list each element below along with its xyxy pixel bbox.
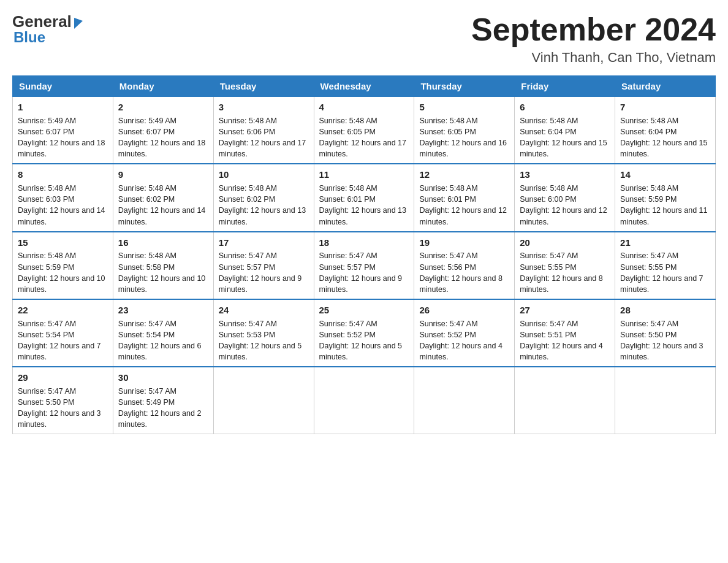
sunrise-text: Sunrise: 5:48 AM: [219, 184, 277, 193]
calendar-cell: 11Sunrise: 5:48 AMSunset: 6:01 PMDayligh…: [314, 164, 414, 231]
sunrise-text: Sunrise: 5:47 AM: [620, 251, 678, 260]
sunset-text: Sunset: 6:05 PM: [419, 128, 476, 136]
calendar-cell: [314, 367, 414, 434]
sunrise-text: Sunrise: 5:47 AM: [18, 320, 76, 328]
daylight-text: Daylight: 12 hours and 14 minutes.: [18, 206, 105, 226]
calendar-cell: 20Sunrise: 5:47 AMSunset: 5:55 PMDayligh…: [515, 232, 615, 299]
sunrise-text: Sunrise: 5:48 AM: [419, 117, 477, 125]
calendar-cell: 21Sunrise: 5:47 AMSunset: 5:55 PMDayligh…: [615, 232, 716, 299]
sunset-text: Sunset: 5:57 PM: [219, 263, 275, 272]
daylight-text: Daylight: 12 hours and 9 minutes.: [219, 274, 302, 294]
calendar-cell: 28Sunrise: 5:47 AMSunset: 5:50 PMDayligh…: [615, 299, 716, 367]
subtitle: Vinh Thanh, Can Tho, Vietnam: [471, 50, 716, 66]
sunrise-text: Sunrise: 5:48 AM: [18, 184, 76, 193]
sunrise-text: Sunrise: 5:48 AM: [319, 117, 377, 125]
sunrise-text: Sunrise: 5:47 AM: [520, 320, 578, 328]
calendar-cell: 19Sunrise: 5:47 AMSunset: 5:56 PMDayligh…: [414, 232, 515, 299]
calendar-cell: 30Sunrise: 5:47 AMSunset: 5:49 PMDayligh…: [113, 367, 213, 434]
day-number: 27: [520, 304, 610, 317]
daylight-text: Daylight: 12 hours and 18 minutes.: [118, 139, 205, 158]
daylight-text: Daylight: 12 hours and 3 minutes.: [620, 342, 703, 361]
daylight-text: Daylight: 12 hours and 15 minutes.: [620, 139, 707, 158]
daylight-text: Daylight: 12 hours and 4 minutes.: [520, 342, 603, 361]
calendar-cell: 12Sunrise: 5:48 AMSunset: 6:01 PMDayligh…: [414, 164, 515, 231]
daylight-text: Daylight: 12 hours and 10 minutes.: [118, 274, 205, 294]
day-number: 24: [219, 304, 309, 317]
calendar-cell: 3Sunrise: 5:48 AMSunset: 6:06 PMDaylight…: [213, 97, 314, 164]
sunset-text: Sunset: 5:57 PM: [319, 263, 376, 272]
calendar-cell: 5Sunrise: 5:48 AMSunset: 6:05 PMDaylight…: [414, 97, 515, 164]
day-number: 15: [18, 236, 108, 250]
daylight-text: Daylight: 12 hours and 16 minutes.: [419, 139, 506, 158]
day-number: 10: [219, 168, 309, 182]
day-number: 21: [620, 236, 710, 250]
title-area: September 2024 Vinh Thanh, Can Tho, Viet…: [471, 12, 716, 66]
daylight-text: Daylight: 12 hours and 18 minutes.: [18, 139, 105, 158]
sunset-text: Sunset: 6:05 PM: [319, 128, 376, 136]
sunrise-text: Sunrise: 5:48 AM: [520, 184, 578, 193]
col-header-monday: Monday: [113, 76, 213, 97]
calendar-cell: 16Sunrise: 5:48 AMSunset: 5:58 PMDayligh…: [113, 232, 213, 299]
daylight-text: Daylight: 12 hours and 9 minutes.: [319, 274, 403, 294]
calendar-cell: 4Sunrise: 5:48 AMSunset: 6:05 PMDaylight…: [314, 97, 414, 164]
day-number: 16: [118, 236, 208, 250]
daylight-text: Daylight: 12 hours and 13 minutes.: [319, 206, 406, 226]
calendar-cell: 24Sunrise: 5:47 AMSunset: 5:53 PMDayligh…: [213, 299, 314, 367]
sunrise-text: Sunrise: 5:49 AM: [18, 117, 76, 125]
sunrise-text: Sunrise: 5:47 AM: [419, 320, 477, 328]
day-number: 3: [219, 101, 309, 114]
daylight-text: Daylight: 12 hours and 17 minutes.: [219, 139, 306, 158]
sunrise-text: Sunrise: 5:48 AM: [118, 184, 176, 193]
sunset-text: Sunset: 5:55 PM: [520, 263, 576, 272]
day-number: 17: [219, 236, 309, 250]
day-number: 7: [620, 101, 710, 114]
calendar-cell: [213, 367, 314, 434]
logo-arrow-icon: [74, 15, 83, 29]
sunrise-text: Sunrise: 5:48 AM: [620, 184, 678, 193]
calendar-cell: 23Sunrise: 5:47 AMSunset: 5:54 PMDayligh…: [113, 299, 213, 367]
calendar-cell: 26Sunrise: 5:47 AMSunset: 5:52 PMDayligh…: [414, 299, 515, 367]
calendar-cell: 8Sunrise: 5:48 AMSunset: 6:03 PMDaylight…: [13, 164, 113, 231]
daylight-text: Daylight: 12 hours and 7 minutes.: [620, 274, 703, 294]
daylight-text: Daylight: 12 hours and 7 minutes.: [18, 342, 101, 361]
day-number: 30: [118, 371, 208, 385]
sunrise-text: Sunrise: 5:47 AM: [118, 387, 176, 396]
daylight-text: Daylight: 12 hours and 17 minutes.: [319, 139, 406, 158]
calendar-cell: [615, 367, 716, 434]
day-number: 6: [520, 101, 610, 114]
sunset-text: Sunset: 5:58 PM: [118, 263, 175, 272]
calendar-cell: 14Sunrise: 5:48 AMSunset: 5:59 PMDayligh…: [615, 164, 716, 231]
day-number: 23: [118, 304, 208, 317]
sunset-text: Sunset: 6:02 PM: [219, 195, 275, 204]
calendar-week-row: 1Sunrise: 5:49 AMSunset: 6:07 PMDaylight…: [13, 97, 716, 164]
day-number: 14: [620, 168, 710, 182]
sunrise-text: Sunrise: 5:48 AM: [520, 117, 578, 125]
col-header-friday: Friday: [515, 76, 615, 97]
calendar-cell: 18Sunrise: 5:47 AMSunset: 5:57 PMDayligh…: [314, 232, 414, 299]
day-number: 13: [520, 168, 610, 182]
col-header-thursday: Thursday: [414, 76, 515, 97]
calendar-cell: 29Sunrise: 5:47 AMSunset: 5:50 PMDayligh…: [13, 367, 113, 434]
sunrise-text: Sunrise: 5:47 AM: [18, 387, 76, 396]
sunset-text: Sunset: 5:59 PM: [620, 195, 677, 204]
daylight-text: Daylight: 12 hours and 3 minutes.: [18, 409, 101, 429]
sunrise-text: Sunrise: 5:47 AM: [319, 251, 377, 260]
sunset-text: Sunset: 5:53 PM: [219, 331, 275, 339]
page-header: General Blue September 2024 Vinh Thanh, …: [12, 12, 716, 66]
day-number: 5: [419, 101, 509, 114]
sunset-text: Sunset: 5:54 PM: [18, 331, 74, 339]
daylight-text: Daylight: 12 hours and 6 minutes.: [118, 342, 202, 361]
sunrise-text: Sunrise: 5:48 AM: [419, 184, 477, 193]
daylight-text: Daylight: 12 hours and 5 minutes.: [219, 342, 302, 361]
calendar-cell: 1Sunrise: 5:49 AMSunset: 6:07 PMDaylight…: [13, 97, 113, 164]
day-number: 9: [118, 168, 208, 182]
sunset-text: Sunset: 6:04 PM: [620, 128, 677, 136]
daylight-text: Daylight: 12 hours and 8 minutes.: [419, 274, 502, 294]
calendar-cell: 25Sunrise: 5:47 AMSunset: 5:52 PMDayligh…: [314, 299, 414, 367]
sunset-text: Sunset: 5:51 PM: [520, 331, 576, 339]
day-number: 25: [319, 304, 409, 317]
col-header-wednesday: Wednesday: [314, 76, 414, 97]
calendar-cell: 9Sunrise: 5:48 AMSunset: 6:02 PMDaylight…: [113, 164, 213, 231]
day-number: 2: [118, 101, 208, 114]
calendar-week-row: 15Sunrise: 5:48 AMSunset: 5:59 PMDayligh…: [13, 232, 716, 299]
